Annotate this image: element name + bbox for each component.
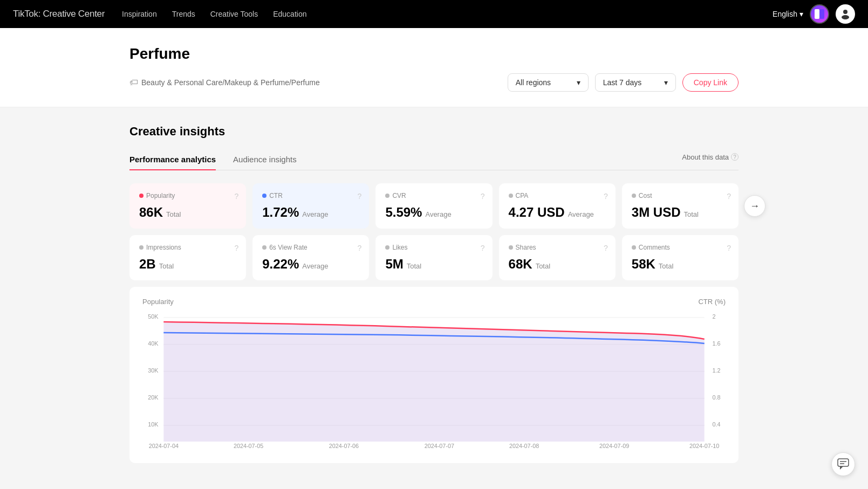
svg-text:2024-07-08: 2024-07-08 — [509, 443, 539, 449]
svg-rect-0 — [815, 9, 819, 19]
nav-trends[interactable]: Trends — [172, 8, 195, 20]
metric-comments: Comments 58K Total ? — [622, 235, 739, 280]
svg-text:30K: 30K — [148, 367, 159, 374]
metric-value: 4.27 USD Average — [509, 205, 606, 220]
main-content: Creative insights Performance analytics … — [0, 107, 868, 480]
theme-toggle-button[interactable] — [810, 4, 829, 24]
region-dropdown[interactable]: All regions ▾ — [508, 73, 589, 92]
metric-impressions: Impressions 2B Total ? — [129, 235, 246, 280]
metric-cost: Cost 3M USD Total ? — [622, 183, 739, 229]
time-dropdown[interactable]: Last 7 days ▾ — [595, 73, 676, 92]
svg-text:2024-07-04: 2024-07-04 — [149, 443, 179, 449]
info-icon[interactable]: ? — [234, 244, 238, 252]
svg-text:20K: 20K — [148, 394, 159, 401]
info-icon[interactable]: ? — [358, 192, 362, 201]
chart-header: Popularity CTR (%) — [142, 298, 726, 306]
dot-gray-icon — [385, 245, 389, 250]
chart-container: Popularity CTR (%) 50K 40K 30K 20K 10K — [129, 287, 739, 463]
dot-gray-icon — [509, 194, 513, 198]
info-icon[interactable]: ? — [727, 244, 731, 252]
section-title: Creative insights — [129, 125, 739, 139]
tabs-bar: Performance analytics Audience insights … — [129, 149, 739, 170]
header-section: Perfume 🏷 Beauty & Personal Care/Makeup … — [0, 28, 868, 107]
info-icon[interactable]: ? — [358, 244, 362, 252]
info-icon[interactable]: ? — [234, 192, 238, 201]
chart-svg: 50K 40K 30K 20K 10K 2 1.6 — [142, 312, 726, 452]
brand-logo[interactable]: TikTok: Creative Center — [13, 9, 105, 19]
breadcrumb: 🏷 Beauty & Personal Care/Makeup & Perfum… — [129, 78, 499, 87]
filter-group: All regions ▾ Last 7 days ▾ Copy Link — [508, 73, 739, 92]
metric-label: Popularity — [139, 192, 236, 199]
nav-creative-tools[interactable]: Creative Tools — [210, 8, 258, 20]
nav-links: Inspiration Trends Creative Tools Educat… — [122, 8, 755, 20]
info-icon[interactable]: ? — [604, 192, 608, 201]
metric-6s-view-rate: 6s View Rate 9.22% Average ? — [252, 235, 369, 280]
metric-value: 86K Total — [139, 205, 236, 220]
svg-text:0.4: 0.4 — [712, 421, 720, 428]
chevron-down-icon: ▾ — [799, 10, 803, 18]
svg-point-2 — [843, 10, 848, 14]
svg-text:2024-07-09: 2024-07-09 — [599, 443, 629, 449]
chevron-down-icon: ▾ — [577, 78, 580, 87]
breadcrumb-text: Beauty & Personal Care/Makeup & Perfume/… — [141, 78, 320, 87]
metric-value: 5.59% Average — [385, 205, 482, 220]
dot-gray-icon — [632, 245, 636, 250]
svg-text:2024-07-06: 2024-07-06 — [329, 443, 359, 449]
about-data-link[interactable]: About this data ? — [682, 153, 739, 167]
svg-text:10K: 10K — [148, 421, 159, 428]
tab-audience[interactable]: Audience insights — [233, 149, 297, 170]
dot-gray-icon — [509, 245, 513, 250]
metric-label: Likes — [385, 244, 482, 251]
tag-icon: 🏷 — [129, 78, 138, 87]
svg-text:0.8: 0.8 — [712, 394, 720, 401]
chat-support-button[interactable] — [831, 452, 855, 476]
metric-value: 9.22% Average — [262, 257, 359, 272]
brand-subtitle: : Creative Center — [38, 9, 105, 19]
metric-ctr: CTR 1.72% Average ? — [252, 183, 369, 229]
nav-education[interactable]: Education — [273, 8, 306, 20]
svg-point-3 — [842, 15, 849, 19]
chart-right-label: CTR (%) — [698, 298, 726, 306]
info-icon[interactable]: ? — [481, 192, 485, 201]
user-avatar[interactable] — [836, 4, 855, 24]
metric-value: 5M Total — [385, 257, 482, 272]
info-icon[interactable]: ? — [604, 244, 608, 252]
metric-value: 58K Total — [632, 257, 729, 272]
metric-likes: Likes 5M Total ? — [375, 235, 492, 280]
svg-text:40K: 40K — [148, 340, 159, 347]
region-label: All regions — [516, 78, 551, 87]
metric-value: 68K Total — [509, 257, 606, 272]
dot-gray-icon — [632, 194, 636, 198]
language-label: English — [773, 10, 797, 18]
info-icon[interactable]: ? — [481, 244, 485, 252]
tab-performance[interactable]: Performance analytics — [129, 149, 216, 170]
metric-label: Impressions — [139, 244, 236, 251]
metric-label: CVR — [385, 192, 482, 199]
metric-value: 3M USD Total — [632, 205, 729, 220]
copy-link-button[interactable]: Copy Link — [682, 73, 739, 92]
metric-cpa: CPA 4.27 USD Average ? — [499, 183, 616, 229]
dot-gray-icon — [385, 194, 389, 198]
chart-left-label: Popularity — [142, 298, 174, 306]
scroll-next-button[interactable]: → — [744, 195, 766, 217]
language-selector[interactable]: English ▾ — [773, 10, 803, 18]
dot-red-icon — [139, 194, 143, 198]
svg-rect-1 — [819, 9, 824, 19]
info-icon[interactable]: ? — [727, 192, 731, 201]
svg-text:2024-07-10: 2024-07-10 — [689, 443, 719, 449]
metric-label: 6s View Rate — [262, 244, 359, 251]
nav-inspiration[interactable]: Inspiration — [122, 8, 157, 20]
svg-text:50K: 50K — [148, 313, 159, 320]
metric-value: 1.72% Average — [262, 205, 359, 220]
metrics-row-1: Popularity 86K Total ? CTR 1.72% Average… — [129, 183, 739, 229]
navbar: TikTok: Creative Center Inspiration Tren… — [0, 0, 868, 28]
metric-popularity: Popularity 86K Total ? — [129, 183, 246, 229]
svg-rect-26 — [838, 459, 849, 466]
metric-label: Shares — [509, 244, 606, 251]
dot-gray-icon — [262, 245, 266, 250]
dot-blue-icon — [262, 194, 266, 198]
svg-text:1.6: 1.6 — [712, 340, 720, 347]
info-circle-icon: ? — [731, 153, 739, 161]
metric-value: 2B Total — [139, 257, 236, 272]
header-row: 🏷 Beauty & Personal Care/Makeup & Perfum… — [129, 73, 739, 92]
